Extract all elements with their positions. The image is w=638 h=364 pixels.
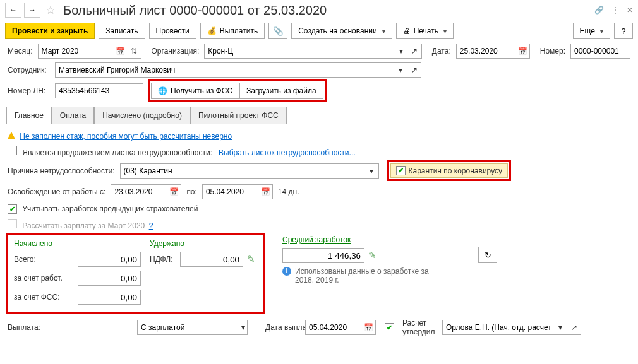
tenure-warning-link[interactable]: Не заполнен стаж, пособия могут быть рас… xyxy=(20,132,232,141)
release-from-calendar-button[interactable]: 📅 xyxy=(167,184,181,199)
save-button[interactable]: Записать xyxy=(99,23,145,39)
attach-button[interactable]: 📎 xyxy=(268,23,287,39)
is-continuation-label: Является продолжением листка нетрудоспос… xyxy=(22,148,212,157)
print-button[interactable]: 🖨 Печать xyxy=(396,23,454,39)
release-to-input[interactable] xyxy=(202,184,259,199)
paperclip-icon: 📎 xyxy=(273,26,284,36)
edit-ndfl-icon[interactable]: ✎ xyxy=(247,254,255,265)
select-sheet-link[interactable]: Выбрать листок нетрудоспособности... xyxy=(219,148,356,157)
emp-label: за счет работ. xyxy=(14,274,74,283)
org-input[interactable] xyxy=(204,44,394,59)
corona-checkbox[interactable] xyxy=(396,166,406,175)
employee-open-button[interactable]: ↗ xyxy=(407,62,421,78)
calc-salary-help[interactable]: ? xyxy=(149,221,153,230)
fss-label: за счет ФСС: xyxy=(14,293,74,302)
refresh-button[interactable]: ↻ xyxy=(478,247,497,263)
emp-input[interactable] xyxy=(78,271,141,286)
to-label: по: xyxy=(186,187,197,196)
calendar-icon: 📅 xyxy=(364,323,373,332)
arrow-left-icon xyxy=(9,6,17,15)
calendar-icon: 📅 xyxy=(518,47,527,56)
prev-insurers-checkbox[interactable] xyxy=(8,204,17,214)
org-label: Организация: xyxy=(152,47,200,56)
avg-input[interactable] xyxy=(282,248,364,263)
avg-earnings-link[interactable]: Средний заработок xyxy=(282,235,459,244)
calc-salary-checkbox xyxy=(8,219,17,228)
arrow-right-icon xyxy=(28,6,36,15)
org-open-button[interactable]: ↗ xyxy=(408,44,422,59)
kebab-menu-icon[interactable]: ⋮ xyxy=(611,6,619,15)
payment-dropdown-button[interactable]: ▾ xyxy=(239,320,248,335)
tab-main[interactable]: Главное xyxy=(6,107,52,124)
org-dropdown-button[interactable]: ▾ xyxy=(394,44,408,59)
favorite-star-icon[interactable]: ☆ xyxy=(45,3,56,17)
approved-checkbox[interactable] xyxy=(385,323,394,332)
ndfl-input[interactable] xyxy=(180,252,243,267)
approved-label: Расчет утвердил xyxy=(402,319,437,336)
reason-input[interactable] xyxy=(120,163,365,179)
refresh-icon: ↻ xyxy=(485,250,491,260)
more-button[interactable]: Еще xyxy=(573,23,610,39)
calendar-icon: 📅 xyxy=(116,47,125,56)
fss-input[interactable] xyxy=(78,290,141,305)
payment-label: Выплата: xyxy=(8,323,50,332)
calc-salary-label: Рассчитать зарплату за Март 2020 xyxy=(22,221,145,230)
edit-avg-icon[interactable]: ✎ xyxy=(368,250,376,261)
employee-dropdown-button[interactable]: ▾ xyxy=(394,62,407,78)
is-continuation-checkbox[interactable] xyxy=(8,146,17,155)
chevron-down-icon: ▾ xyxy=(558,323,562,332)
post-and-close-button[interactable]: Провести и закрыть xyxy=(5,23,95,39)
updown-icon: ⇅ xyxy=(131,47,137,56)
help-button[interactable]: ? xyxy=(614,23,633,39)
question-icon: ? xyxy=(621,26,625,36)
approver-open-button[interactable]: ↗ xyxy=(567,320,581,335)
release-from-input[interactable] xyxy=(111,184,167,199)
money-icon: 💰 xyxy=(207,26,217,35)
tab-payment[interactable]: Оплата xyxy=(52,107,94,124)
tab-accrued[interactable]: Начислено (подробно) xyxy=(94,107,190,124)
calendar-icon: 📅 xyxy=(169,187,179,196)
paydate-calendar-button[interactable]: 📅 xyxy=(362,320,376,335)
open-icon: ↗ xyxy=(571,323,577,332)
info-icon: i xyxy=(282,267,291,276)
window-title: Больничный лист 0000-000001 от 25.03.202… xyxy=(63,3,592,18)
month-calendar-button[interactable]: 📅 xyxy=(114,44,128,59)
number-input[interactable] xyxy=(570,44,630,59)
employee-input[interactable] xyxy=(55,62,394,78)
nav-forward-button[interactable] xyxy=(24,3,40,18)
date-input[interactable] xyxy=(456,44,516,59)
approver-input[interactable] xyxy=(442,320,553,335)
pay-button[interactable]: 💰 Выплатить xyxy=(200,23,265,39)
open-icon: ↗ xyxy=(411,47,418,56)
release-to-calendar-button[interactable]: 📅 xyxy=(259,184,273,199)
month-stepper[interactable]: ⇅ xyxy=(128,44,141,59)
withheld-header: Удержано xyxy=(150,239,255,248)
ndfl-label: НДФЛ: xyxy=(150,255,176,264)
post-button[interactable]: Провести xyxy=(149,23,196,39)
create-based-on-button[interactable]: Создать на основании xyxy=(291,23,392,39)
tab-pilot[interactable]: Пилотный проект ФСС xyxy=(190,107,287,124)
total-input[interactable] xyxy=(78,252,141,267)
load-from-file-button[interactable]: Загрузить из файла xyxy=(239,83,323,99)
warning-icon xyxy=(8,132,15,139)
paydate-label: Дата выплаты: xyxy=(265,323,300,332)
link-icon[interactable]: 🔗 xyxy=(594,6,604,15)
month-input[interactable] xyxy=(38,44,114,59)
number-label: Номер: xyxy=(540,47,565,56)
date-calendar-button[interactable]: 📅 xyxy=(516,44,530,59)
approver-dropdown-button[interactable]: ▾ xyxy=(553,320,567,335)
nav-back-button[interactable] xyxy=(5,3,21,18)
ln-input[interactable] xyxy=(55,83,143,98)
close-icon[interactable]: ✕ xyxy=(627,6,633,15)
calendar-icon: 📅 xyxy=(261,187,270,196)
chevron-down-icon: ▾ xyxy=(399,47,403,56)
paydate-input[interactable] xyxy=(305,320,362,335)
month-label: Месяц: xyxy=(8,47,33,56)
get-from-fss-button[interactable]: 🌐Получить из ФСС xyxy=(151,83,239,99)
ln-label: Номер ЛН: xyxy=(8,86,50,95)
employee-label: Сотрудник: xyxy=(8,66,50,74)
chevron-down-icon: ▾ xyxy=(399,66,402,74)
payment-input[interactable] xyxy=(137,320,239,335)
reason-dropdown-button[interactable]: ▾ xyxy=(365,163,379,179)
days-count: 14 дн. xyxy=(278,187,299,196)
